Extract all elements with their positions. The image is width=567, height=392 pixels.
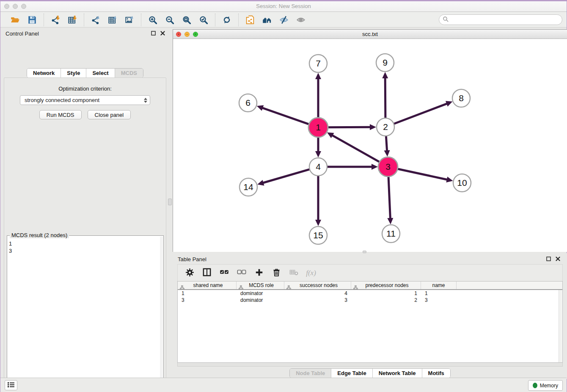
column-header-successor-nodes[interactable]: successor nodes (284, 282, 351, 289)
network-canvas[interactable]: 7968124314101511 (173, 39, 567, 252)
cell-name[interactable]: 1 (421, 290, 457, 297)
table-vertical-scrollbar[interactable] (559, 290, 562, 362)
column-header-name[interactable]: name (421, 282, 457, 289)
delete-row-icon (273, 268, 280, 278)
export-table-button[interactable] (105, 14, 120, 26)
zoom-fit-button[interactable] (179, 14, 194, 26)
cell-shared-name[interactable]: 1 (178, 290, 237, 297)
zoom-in-icon (149, 16, 157, 24)
cell-MCDS-role[interactable]: dominator (237, 290, 284, 297)
zoom-out-icon (165, 16, 174, 24)
edge-1-2[interactable] (327, 127, 371, 127)
task-history-button[interactable] (5, 380, 17, 390)
cell-successor-nodes[interactable]: 4 (284, 290, 351, 297)
tab-mcds[interactable]: MCDS (115, 69, 143, 77)
network-window-titlebar[interactable]: × − + scc.txt (173, 30, 567, 39)
result-scrollbar[interactable] (160, 237, 163, 392)
cell-shared-name[interactable]: 3 (178, 297, 237, 304)
mcds-result-line: 1 (9, 240, 160, 247)
cell-name[interactable]: 3 (421, 297, 457, 304)
graph-node-label-10: 10 (457, 178, 467, 188)
tab-network[interactable]: Network (27, 69, 61, 77)
optimization-select[interactable]: strongly connected component (20, 95, 150, 105)
home-neighbors-button[interactable] (260, 14, 274, 26)
edge-2-8[interactable] (393, 103, 448, 124)
window-title: Session: New Session (0, 3, 567, 9)
zoom-in-button[interactable] (146, 14, 160, 26)
copy-network-icon (246, 15, 254, 25)
table-toolbar: f(x) (177, 264, 563, 281)
select-all-button[interactable] (219, 268, 230, 279)
tab-node-table[interactable]: Node Table (290, 369, 331, 378)
edge-4-14[interactable] (262, 169, 311, 183)
mcds-result-list[interactable]: 13 (9, 240, 160, 392)
control-panel-title: Control Panel (6, 30, 39, 37)
refresh-button[interactable] (220, 14, 234, 26)
table-row[interactable]: 3dominator323 (178, 297, 562, 304)
show-all-button[interactable] (294, 14, 308, 26)
tab-style[interactable]: Style (61, 69, 86, 77)
graph-node-label-4: 4 (316, 162, 321, 171)
edge-arrowhead-1-7 (315, 73, 321, 79)
export-network-button[interactable] (88, 14, 103, 26)
open-file-button[interactable] (8, 14, 22, 26)
tab-network-table[interactable]: Network Table (373, 369, 422, 378)
tab-edge-table[interactable]: Edge Table (331, 369, 372, 378)
graph-node-label-15: 15 (313, 230, 323, 240)
optimization-label: Optimization criterion: (4, 86, 166, 92)
mcds-result-box: MCDS result (2 nodes) 13 (7, 235, 164, 392)
edge-arrowhead-2-3 (384, 150, 390, 157)
float-panel-icon[interactable] (151, 30, 156, 36)
delete-row-button[interactable] (271, 268, 282, 279)
tab-select[interactable]: Select (86, 69, 115, 77)
zoom-selected-icon (199, 16, 208, 24)
gear-button[interactable] (184, 268, 195, 279)
close-panel-button[interactable]: Close panel (88, 110, 131, 119)
edge-arrowhead-4-15 (315, 220, 321, 226)
vertical-splitter-handle[interactable] (168, 199, 172, 205)
tab-motifs[interactable]: Motifs (422, 369, 450, 378)
edge-2-9[interactable] (385, 77, 385, 119)
float-table-panel-icon[interactable] (546, 256, 551, 262)
zoom-fit-icon (182, 16, 191, 24)
graph-node-label-3: 3 (385, 162, 391, 171)
export-image-button[interactable] (122, 14, 137, 26)
edge-1-6[interactable] (261, 108, 310, 124)
graph-node-label-7: 7 (316, 58, 321, 68)
import-network-button[interactable] (48, 14, 63, 26)
search-box[interactable] (439, 14, 562, 25)
hide-selected-button[interactable] (277, 14, 291, 26)
edge-3-1[interactable] (331, 135, 380, 163)
node-table[interactable]: shared nameMCDS rolesuccessor nodesprede… (177, 281, 563, 363)
column-header-shared-name[interactable]: shared name (178, 282, 237, 289)
cell-predecessor-nodes[interactable]: 2 (351, 297, 421, 304)
table-row[interactable]: 1dominator411 (178, 290, 562, 297)
add-row-button[interactable] (253, 268, 264, 279)
table-panel-title: Table Panel (178, 256, 206, 262)
zoom-selected-button[interactable] (196, 14, 211, 26)
run-mcds-button[interactable]: Run MCDS (39, 110, 82, 119)
edge-2-3[interactable] (386, 135, 387, 152)
table-horizontal-scrollbar[interactable] (177, 363, 563, 367)
search-icon (443, 16, 449, 23)
import-network-icon (51, 16, 60, 24)
cell-predecessor-nodes[interactable]: 1 (351, 290, 421, 297)
cell-MCDS-role[interactable]: dominator (237, 297, 284, 304)
deselect-all-button[interactable] (236, 268, 247, 279)
search-input[interactable] (451, 17, 562, 23)
edge-3-10[interactable] (397, 168, 448, 179)
copy-network-button[interactable] (243, 14, 257, 26)
save-session-button[interactable] (25, 14, 39, 26)
close-table-panel-icon[interactable] (555, 256, 561, 262)
gear-icon (186, 268, 194, 278)
close-panel-icon[interactable] (160, 30, 165, 36)
edge-3-11[interactable] (388, 176, 391, 219)
cell-successor-nodes[interactable]: 3 (284, 297, 351, 304)
import-table-button[interactable] (65, 14, 80, 26)
zoom-out-button[interactable] (162, 14, 177, 26)
network-graph[interactable]: 7968124314101511 (173, 39, 567, 252)
column-header-MCDS-role[interactable]: MCDS role (237, 282, 284, 289)
memory-button[interactable]: Memory (528, 380, 563, 391)
column-header-predecessor-nodes[interactable]: predecessor nodes (351, 282, 421, 289)
column-view-button[interactable] (201, 268, 212, 279)
